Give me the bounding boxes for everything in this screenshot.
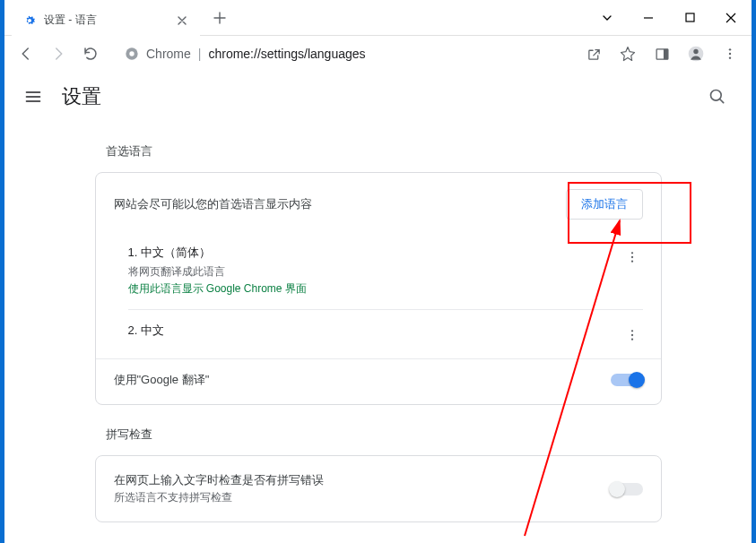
spell-check-sublabel: 所选语言不支持拼写检查 <box>114 490 324 505</box>
language-item: 2. 中文 <box>128 310 643 358</box>
reload-button[interactable] <box>76 39 105 68</box>
section-heading-languages: 首选语言 <box>106 143 662 159</box>
tab-title: 设置 - 语言 <box>44 13 168 28</box>
window-controls <box>587 0 752 35</box>
svg-point-12 <box>630 256 632 258</box>
svg-point-13 <box>630 261 632 263</box>
google-translate-toggle[interactable] <box>611 374 643 386</box>
svg-point-2 <box>129 51 134 56</box>
add-language-button[interactable]: 添加语言 <box>566 189 643 220</box>
menu-icon[interactable] <box>22 86 44 108</box>
share-button[interactable] <box>579 39 608 68</box>
language-active-label: 使用此语言显示 Google Chrome 界面 <box>128 281 621 297</box>
languages-description: 网站会尽可能以您的首选语言显示内容 <box>114 196 312 212</box>
preferred-languages-card: 网站会尽可能以您的首选语言显示内容 添加语言 1. 中文（简体） 将网页翻译成此… <box>95 172 662 405</box>
svg-point-9 <box>729 56 731 58</box>
new-tab-button[interactable] <box>207 5 232 30</box>
svg-point-15 <box>630 334 632 336</box>
minimize-button[interactable] <box>628 4 669 32</box>
side-panel-button[interactable] <box>647 39 676 68</box>
spell-check-label: 在网页上输入文字时检查是否有拼写错误 <box>114 472 324 488</box>
svg-point-16 <box>630 339 632 340</box>
language-sublabel: 将网页翻译成此语言 <box>128 264 621 280</box>
tab-search-button[interactable] <box>587 4 628 32</box>
window-title-bar: 设置 - 语言 <box>4 0 752 36</box>
browser-tab[interactable]: 设置 - 语言 <box>12 5 200 36</box>
url-text: Chrome | chrome://settings/languages <box>146 47 366 61</box>
forward-button[interactable] <box>44 39 73 68</box>
omnibox[interactable]: Chrome | chrome://settings/languages <box>114 40 570 67</box>
maximize-button[interactable] <box>669 4 710 32</box>
menu-button[interactable] <box>716 39 744 68</box>
svg-point-8 <box>729 53 731 55</box>
spell-check-card: 在网页上输入文字时检查是否有拼写错误 所选语言不支持拼写检查 <box>95 455 662 522</box>
language-item: 1. 中文（简体） 将网页翻译成此语言 使用此语言显示 Google Chrom… <box>128 232 643 310</box>
close-tab-icon[interactable] <box>175 13 189 28</box>
spell-check-toggle <box>611 483 643 496</box>
search-button[interactable] <box>701 81 734 113</box>
svg-rect-4 <box>663 48 667 58</box>
back-button[interactable] <box>12 39 40 68</box>
profile-button[interactable] <box>682 39 710 68</box>
url-bar: Chrome | chrome://settings/languages <box>4 36 752 72</box>
page-title: 设置 <box>62 83 101 110</box>
svg-point-7 <box>729 48 731 50</box>
more-options-button[interactable] <box>621 324 643 346</box>
google-translate-label: 使用"Google 翻译" <box>114 372 210 388</box>
settings-page: 设置 首选语言 网站会尽可能以您的首选语言显示内容 添加语言 1. 中文（简体）… <box>4 72 752 543</box>
svg-point-11 <box>630 252 632 254</box>
language-name: 1. 中文（简体） <box>128 245 621 261</box>
more-options-button[interactable] <box>621 246 643 268</box>
settings-header: 设置 <box>4 72 752 122</box>
language-name: 2. 中文 <box>128 323 621 339</box>
section-heading-spellcheck: 拼写检查 <box>106 427 662 443</box>
svg-point-6 <box>693 49 698 54</box>
svg-point-14 <box>630 330 632 332</box>
gear-icon <box>22 13 37 28</box>
svg-rect-0 <box>686 13 694 22</box>
bookmark-button[interactable] <box>613 39 642 68</box>
chrome-icon <box>125 47 139 61</box>
close-window-button[interactable] <box>710 4 752 32</box>
